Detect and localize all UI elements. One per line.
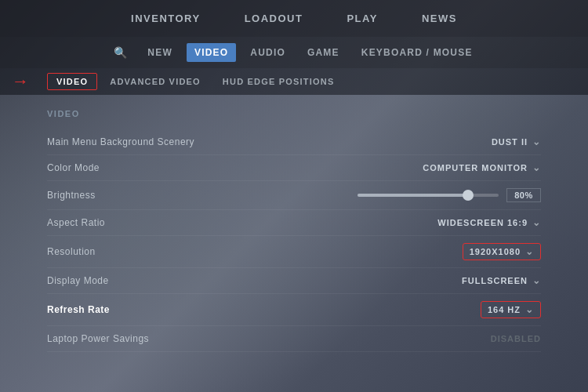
brightness-thumb[interactable] [463, 190, 474, 201]
value-text-aspect-ratio: WIDESCREEN 16:9 [437, 218, 528, 227]
settings-content: Video Main Menu Background Scenery DUST … [0, 95, 588, 360]
chevron-refresh-rate: ⌄ [525, 304, 534, 315]
value-main-menu-bg[interactable]: DUST II ⌄ [492, 136, 541, 147]
search-icon[interactable]: 🔍 [107, 43, 133, 62]
value-refresh-rate[interactable]: 164 HZ ⌄ [481, 301, 541, 318]
value-resolution[interactable]: 1920X1080 ⌄ [463, 243, 541, 260]
setting-row-refresh-rate: Refresh Rate 164 HZ ⌄ [47, 294, 541, 326]
setting-row-laptop-power: Laptop Power Savings DISABLED [47, 326, 541, 352]
setting-row-aspect-ratio: Aspect Ratio WIDESCREEN 16:9 ⌄ [47, 210, 541, 236]
setting-row-resolution: Resolution 1920X1080 ⌄ [47, 236, 541, 268]
brightness-control: 80% [358, 188, 541, 202]
brightness-value: 80% [506, 188, 541, 202]
chevron-aspect-ratio: ⌄ [532, 217, 541, 228]
label-refresh-rate: Refresh Rate [47, 304, 110, 315]
setting-row-main-menu-bg: Main Menu Background Scenery DUST II ⌄ [47, 129, 541, 155]
tab-video[interactable]: VIDEO [47, 73, 97, 90]
label-aspect-ratio: Aspect Ratio [47, 217, 105, 228]
arrow-indicator [12, 71, 29, 92]
tab-hud-edge-positions[interactable]: HUD EDGE POSITIONS [213, 73, 344, 90]
label-resolution: Resolution [47, 246, 96, 257]
sub-nav: 🔍 NEW VIDEO AUDIO GAME KEYBOARD / MOUSE [0, 37, 588, 68]
value-aspect-ratio[interactable]: WIDESCREEN 16:9 ⌄ [437, 217, 541, 228]
subnav-item-new[interactable]: NEW [140, 43, 180, 62]
setting-row-display-mode: Display Mode FULLSCREEN ⌄ [47, 268, 541, 294]
tab-advanced-video[interactable]: ADVANCED VIDEO [100, 73, 210, 90]
subnav-item-video[interactable]: VIDEO [187, 43, 236, 62]
chevron-color-mode: ⌄ [532, 162, 541, 173]
top-nav: INVENTORY LOADOUT PLAY NEWS [0, 0, 588, 37]
subnav-item-audio[interactable]: AUDIO [242, 43, 293, 62]
value-text-main-menu-bg: DUST II [492, 137, 528, 147]
label-color-mode: Color Mode [47, 162, 100, 173]
value-text-display-mode: FULLSCREEN [462, 276, 528, 285]
nav-item-loadout[interactable]: LOADOUT [238, 9, 310, 27]
nav-item-inventory[interactable]: INVENTORY [125, 9, 207, 27]
brightness-fill [358, 194, 470, 197]
setting-row-color-mode: Color Mode COMPUTER MONITOR ⌄ [47, 155, 541, 181]
section-label: Video [47, 109, 541, 118]
value-color-mode[interactable]: COMPUTER MONITOR ⌄ [423, 162, 541, 173]
subnav-item-keyboard-mouse[interactable]: KEYBOARD / MOUSE [354, 43, 481, 62]
value-text-resolution: 1920X1080 [470, 247, 521, 256]
nav-item-play[interactable]: PLAY [340, 9, 383, 27]
value-laptop-power: DISABLED [491, 334, 541, 343]
subnav-item-game[interactable]: GAME [299, 43, 347, 62]
chevron-main-menu-bg: ⌄ [532, 136, 541, 147]
chevron-resolution: ⌄ [525, 246, 534, 257]
value-display-mode[interactable]: FULLSCREEN ⌄ [462, 275, 541, 286]
value-text-color-mode: COMPUTER MONITOR [423, 163, 528, 172]
label-brightness: Brightness [47, 190, 96, 201]
tab-row: VIDEO ADVANCED VIDEO HUD EDGE POSITIONS [0, 68, 588, 95]
label-display-mode: Display Mode [47, 275, 109, 286]
nav-item-news[interactable]: NEWS [416, 9, 463, 27]
label-main-menu-bg: Main Menu Background Scenery [47, 136, 194, 147]
chevron-display-mode: ⌄ [532, 275, 541, 286]
brightness-slider[interactable] [358, 194, 499, 197]
setting-row-brightness: Brightness 80% [47, 181, 541, 210]
label-laptop-power: Laptop Power Savings [47, 333, 149, 344]
value-text-refresh-rate: 164 HZ [488, 305, 521, 314]
